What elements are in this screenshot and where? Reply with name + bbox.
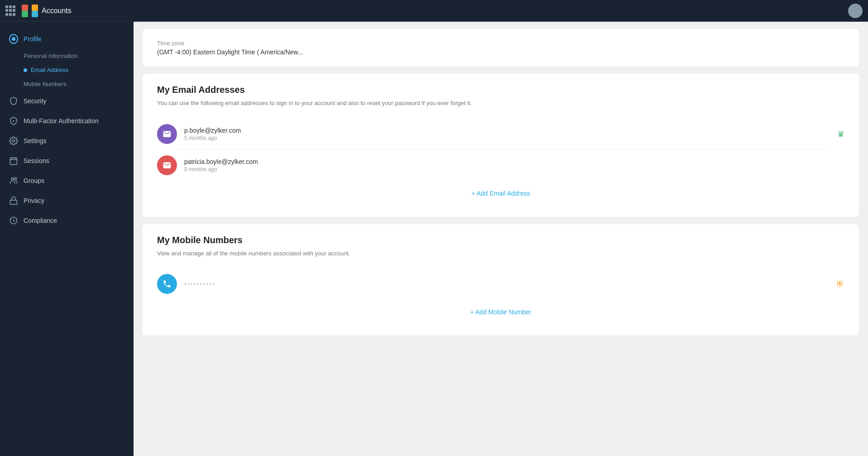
app-grid-icon[interactable] bbox=[5, 5, 16, 16]
sidebar-label-groups: Groups bbox=[24, 177, 44, 184]
phone-info-0: •••••••••• bbox=[184, 280, 831, 288]
user-avatar[interactable] bbox=[848, 4, 863, 18]
svg-point-6 bbox=[11, 178, 14, 180]
sidebar-label-mfa: Multi-Factor Authentication bbox=[24, 117, 99, 125]
email-time-0: 5 months ago bbox=[184, 135, 832, 141]
timezone-card: Time zone (GMT -4:00) Eastern Daylight T… bbox=[143, 29, 859, 67]
sidebar-item-privacy[interactable]: Privacy bbox=[0, 191, 134, 211]
email-item-0: p.boyle@zylker.com 5 months ago ♛ bbox=[157, 119, 844, 149]
profile-icon bbox=[9, 34, 18, 43]
sidebar-item-profile[interactable]: Profile bbox=[0, 29, 134, 49]
sidebar-label-privacy: Privacy bbox=[24, 197, 44, 204]
logo-box bbox=[22, 5, 38, 17]
timezone-label: Time zone bbox=[157, 40, 844, 47]
email-info-0: p.boyle@zylker.com 5 months ago bbox=[184, 127, 832, 141]
sidebar-item-mfa[interactable]: Multi-Factor Authentication bbox=[0, 111, 134, 131]
add-mobile-label: + Add Mobile Number bbox=[470, 308, 531, 316]
logo-green bbox=[22, 11, 28, 17]
svg-rect-2 bbox=[10, 158, 17, 164]
shield-icon: ⛨ bbox=[836, 279, 844, 288]
sidebar-label-compliance: Compliance bbox=[24, 217, 57, 224]
main-content: Time zone (GMT -4:00) Eastern Daylight T… bbox=[134, 0, 868, 456]
email-section-title: My Email Addresses bbox=[157, 85, 844, 95]
topbar: Accounts bbox=[0, 0, 868, 22]
sidebar-item-groups[interactable]: Groups bbox=[0, 171, 134, 191]
svg-rect-8 bbox=[10, 200, 17, 204]
email-address-1: patricia.boyle@zylker.com bbox=[184, 158, 844, 165]
email-item-1: patricia.boyle@zylker.com 9 months ago bbox=[157, 150, 844, 181]
svg-point-0 bbox=[13, 120, 14, 121]
email-time-1: 9 months ago bbox=[184, 166, 844, 173]
email-card: My Email Addresses You can use the follo… bbox=[143, 74, 859, 217]
mobile-section: My Mobile Numbers View and manage all of… bbox=[143, 224, 859, 336]
groups-icon bbox=[9, 176, 18, 185]
settings-icon bbox=[9, 136, 18, 145]
sidebar-label-profile: Profile bbox=[24, 35, 42, 43]
sidebar-item-email-address[interactable]: Email Address bbox=[0, 63, 134, 77]
sidebar-nav: Profile Personal Information Email Addre… bbox=[0, 22, 134, 238]
sidebar-item-security[interactable]: Security bbox=[0, 91, 134, 111]
phone-avatar-0 bbox=[157, 274, 177, 294]
privacy-icon bbox=[9, 196, 18, 205]
sidebar-label-sessions: Sessions bbox=[24, 157, 49, 164]
sidebar-item-personal-information[interactable]: Personal Information bbox=[0, 49, 134, 63]
sidebar-label-settings: Settings bbox=[24, 137, 47, 144]
svg-point-1 bbox=[13, 140, 15, 142]
add-mobile-link[interactable]: + Add Mobile Number bbox=[157, 299, 844, 325]
email-info-1: patricia.boyle@zylker.com 9 months ago bbox=[184, 158, 844, 173]
email-avatar-1 bbox=[157, 155, 177, 175]
sidebar-sub-label-personal: Personal Information bbox=[24, 53, 78, 59]
phone-number-0: •••••••••• bbox=[184, 280, 831, 288]
sidebar-sub-label-email: Email Address bbox=[31, 67, 68, 73]
sidebar: Profile Personal Information Email Addre… bbox=[0, 0, 134, 456]
sessions-icon bbox=[9, 156, 18, 165]
email-section: My Email Addresses You can use the follo… bbox=[143, 74, 859, 217]
sidebar-sub-label-mobile: Mobile Numbers bbox=[24, 81, 67, 87]
email-section-desc: You can use the following email addresse… bbox=[157, 99, 844, 108]
crown-badge-0: ♛ bbox=[837, 129, 844, 139]
sidebar-sub-profile: Personal Information Email Address Mobil… bbox=[0, 49, 134, 91]
sidebar-item-mobile-numbers[interactable]: Mobile Numbers bbox=[0, 77, 134, 91]
sidebar-label-security: Security bbox=[24, 97, 47, 105]
mobile-section-desc: View and manage all of the mobile number… bbox=[157, 249, 844, 258]
mfa-icon bbox=[9, 116, 18, 125]
mobile-card: My Mobile Numbers View and manage all of… bbox=[143, 224, 859, 336]
security-icon bbox=[9, 96, 18, 106]
timezone-value: (GMT -4:00) Eastern Daylight Time ( Amer… bbox=[157, 48, 844, 56]
sidebar-item-compliance[interactable]: Compliance bbox=[0, 211, 134, 230]
svg-point-7 bbox=[14, 178, 17, 180]
email-address-0: p.boyle@zylker.com bbox=[184, 127, 832, 134]
compliance-icon bbox=[9, 216, 18, 225]
app-logo bbox=[22, 5, 38, 17]
shield-badge-0: ⛨ bbox=[836, 279, 844, 289]
add-email-label: + Add Email Address bbox=[472, 190, 530, 197]
add-email-link[interactable]: + Add Email Address bbox=[157, 181, 844, 206]
app-title: Accounts bbox=[42, 7, 72, 15]
mobile-section-title: My Mobile Numbers bbox=[157, 235, 844, 245]
sidebar-item-settings[interactable]: Settings bbox=[0, 131, 134, 151]
active-dot bbox=[24, 68, 27, 72]
crown-icon: ♛ bbox=[837, 130, 844, 139]
logo-yellow bbox=[32, 5, 38, 11]
sidebar-item-sessions[interactable]: Sessions bbox=[0, 151, 134, 171]
email-avatar-0 bbox=[157, 124, 177, 144]
phone-item-0: •••••••••• ⛨ bbox=[157, 269, 844, 299]
timezone-section: Time zone (GMT -4:00) Eastern Daylight T… bbox=[143, 29, 859, 67]
content-area: Time zone (GMT -4:00) Eastern Daylight T… bbox=[134, 29, 868, 336]
